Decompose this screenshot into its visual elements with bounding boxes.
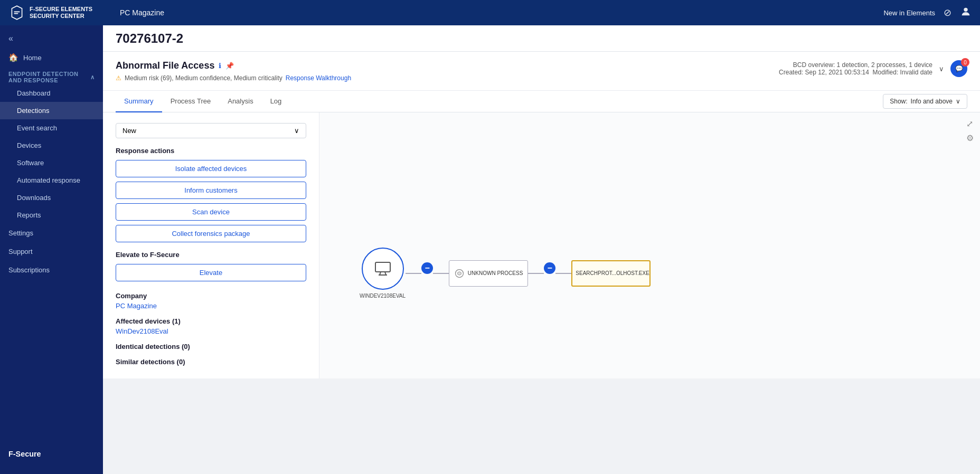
devices-label: Devices: [17, 141, 41, 149]
chat-badge[interactable]: 💬 0: [950, 60, 967, 77]
svg-rect-0: [8, 4, 25, 21]
company-value[interactable]: PC Magazine: [116, 302, 306, 310]
bcd-overview-text: BCD overview: 1 detection, 2 processes, …: [779, 61, 932, 69]
status-value: New: [123, 127, 136, 135]
support-label: Support: [8, 248, 33, 255]
sidebar-item-detections[interactable]: Detections: [0, 102, 103, 119]
connector-2: [433, 273, 449, 274]
sidebar-item-event-search[interactable]: Event search: [0, 119, 103, 137]
response-walkthrough-link[interactable]: Response Walkthrough: [286, 74, 351, 82]
dropdown-chevron-icon[interactable]: ∨: [939, 65, 944, 73]
company-label: Company: [116, 292, 306, 300]
process-node-searchprot: SEARCHPROT...OLHOST.EXE: [571, 260, 651, 287]
searchprot-label: SEARCHPROT...OLHOST.EXE: [576, 270, 649, 276]
monitor-icon: [373, 259, 392, 278]
process-node-device: WINDEV2108EVAL: [360, 248, 406, 299]
content-area: Abnormal File Access ℹ 📌 ⚠ Medium risk (…: [103, 52, 980, 378]
pin-icon[interactable]: 📌: [225, 62, 234, 70]
detection-title-row: Abnormal File Access ℹ 📌: [116, 60, 351, 71]
connector-1: [406, 273, 421, 274]
sidebar-collapse-btn[interactable]: «: [0, 30, 103, 48]
downloads-label: Downloads: [17, 194, 51, 202]
bcd-overview: BCD overview: 1 detection, 2 processes, …: [779, 61, 932, 76]
help-icon[interactable]: ⊘: [944, 7, 951, 18]
tab-right-controls: Show: Info and above ∨: [883, 94, 967, 109]
minus-connector-1: −: [421, 262, 433, 274]
scan-device-btn[interactable]: Scan device: [116, 203, 306, 221]
sidebar-item-downloads[interactable]: Downloads: [0, 189, 103, 206]
connector-4: [555, 273, 571, 274]
expand-icon[interactable]: ⤢: [966, 119, 974, 129]
process-node-unknown: UNKNOWN PROCESS: [449, 260, 528, 287]
sidebar-item-subscriptions[interactable]: Subscriptions: [0, 261, 103, 279]
info-section: Company PC Magazine Affected devices (1)…: [116, 292, 306, 366]
detection-header-right: BCD overview: 1 detection, 2 processes, …: [779, 60, 967, 77]
show-dropdown[interactable]: Show: Info and above ∨: [883, 94, 967, 109]
status-chevron-icon: ∨: [294, 127, 299, 135]
unknown-process-box[interactable]: UNKNOWN PROCESS: [449, 260, 528, 287]
response-actions-title: Response actions: [116, 147, 306, 155]
collect-forensics-btn[interactable]: Collect forensics package: [116, 225, 306, 242]
sidebar-home-label: Home: [23, 54, 42, 62]
detection-id: 70276107-2: [116, 27, 967, 46]
elevate-title: Elevate to F-Secure: [116, 251, 306, 259]
bcd-dates: Created: Sep 12, 2021 00:53:14 Modified:…: [779, 69, 932, 76]
logo-text: F-SECURE ELEMENTS SECURITY CENTER: [30, 6, 92, 20]
svg-rect-3: [375, 262, 390, 272]
panel-icon-group: ⤢ ⚙: [966, 119, 974, 143]
sidebar-section-edr: ENDPOINT DETECTION AND RESPONSE ∧: [0, 68, 103, 84]
left-panel: New ∨ Response actions Isolate affected …: [103, 112, 319, 378]
home-icon: 🏠: [8, 53, 18, 62]
isolate-devices-btn[interactable]: Isolate affected devices: [116, 160, 306, 177]
sidebar-item-dashboard[interactable]: Dashboard: [0, 84, 103, 102]
device-label: WINDEV2108EVAL: [360, 293, 406, 299]
sidebar-item-reports[interactable]: Reports: [0, 206, 103, 224]
similar-detections-label: Similar detections (0): [116, 358, 306, 366]
tab-bar: Summary Process Tree Analysis Log Show: …: [103, 91, 980, 112]
topbar: F-SECURE ELEMENTS SECURITY CENTER PC Mag…: [0, 0, 980, 25]
settings-label: Settings: [8, 229, 33, 237]
svg-point-1: [964, 7, 967, 11]
affected-device-value[interactable]: WinDev2108Eval: [116, 327, 306, 335]
process-icon: [454, 268, 465, 279]
sidebar-item-software[interactable]: Software: [0, 154, 103, 172]
show-chevron-icon: ∨: [956, 98, 960, 105]
sidebar-item-support[interactable]: Support: [0, 242, 103, 261]
minus-connector-2: −: [544, 262, 555, 274]
tab-log[interactable]: Log: [262, 91, 290, 112]
topbar-right: New in Elements ⊘: [883, 6, 972, 20]
inform-customers-btn[interactable]: Inform customers: [116, 182, 306, 199]
tab-analysis[interactable]: Analysis: [219, 91, 261, 112]
connector-3: [528, 273, 544, 274]
right-panel: ⤢ ⚙: [319, 112, 980, 378]
status-dropdown[interactable]: New ∨: [116, 123, 306, 138]
sidebar-item-home[interactable]: 🏠 Home: [0, 48, 103, 68]
detection-title: Abnormal File Access: [116, 60, 214, 71]
main-content: ‹ Back to list Broad Context Detection 1…: [103, 0, 980, 378]
chat-count: 0: [961, 58, 969, 67]
detection-meta: ⚠ Medium risk (69), Medium confidence, M…: [116, 74, 351, 82]
device-circle[interactable]: [362, 248, 404, 290]
elevate-btn[interactable]: Elevate: [116, 264, 306, 281]
sidebar-item-devices[interactable]: Devices: [0, 137, 103, 154]
new-in-elements[interactable]: New in Elements: [883, 9, 935, 17]
tab-summary[interactable]: Summary: [116, 91, 162, 112]
settings-icon[interactable]: ⚙: [966, 133, 974, 143]
tab-process-tree[interactable]: Process Tree: [162, 91, 220, 112]
sidebar: « 🏠 Home ENDPOINT DETECTION AND RESPONSE…: [0, 25, 103, 378]
searchprot-box[interactable]: SEARCHPROT...OLHOST.EXE: [571, 260, 651, 287]
show-value: Info and above: [911, 98, 953, 105]
reports-label: Reports: [17, 211, 41, 219]
info-icon[interactable]: ℹ: [219, 62, 221, 70]
company-name: PC Magazine: [111, 8, 883, 17]
sidebar-item-settings[interactable]: Settings: [0, 224, 103, 242]
affected-devices-label: Affected devices (1): [116, 317, 306, 325]
sidebar-item-automated-response[interactable]: Automated response: [0, 172, 103, 189]
process-tree: WINDEV2108EVAL − UNKNOWN PROCES: [360, 248, 972, 299]
risk-icon: ⚠: [116, 74, 121, 82]
user-icon[interactable]: [960, 6, 972, 20]
software-label: Software: [17, 159, 44, 167]
logo: F-SECURE ELEMENTS SECURITY CENTER: [8, 4, 111, 21]
elevate-section: Elevate to F-Secure Elevate: [116, 251, 306, 281]
identical-detections-label: Identical detections (0): [116, 343, 306, 350]
